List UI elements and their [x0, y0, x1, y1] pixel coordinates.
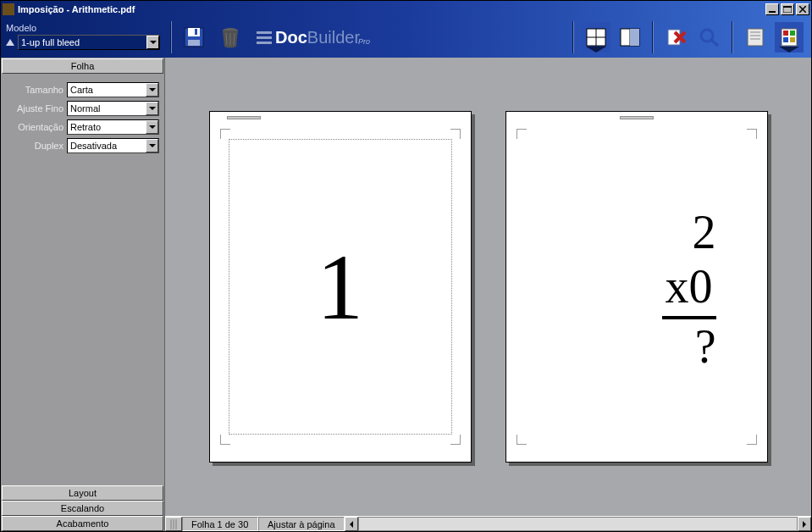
binding-mark-icon [620, 116, 654, 119]
save-icon[interactable] [180, 23, 209, 52]
app-icon [3, 3, 14, 15]
layout-grid-button[interactable] [582, 22, 610, 53]
window-title: Imposição - Arithmetic.pdf [18, 4, 764, 14]
crop-mark-icon [747, 129, 757, 139]
tab-acabamento[interactable]: Acabamento [2, 516, 163, 531]
modelo-block: Modelo 1-up full bleed [1, 21, 165, 53]
svg-rect-18 [630, 29, 639, 46]
tamanho-value: Carta [70, 85, 93, 95]
canvas[interactable]: 1 2 x0 ? [165, 58, 811, 516]
page-trim-box [229, 139, 452, 435]
chevron-down-icon[interactable] [146, 102, 158, 115]
binding-mark-icon [227, 116, 261, 119]
page2-line3: ? [662, 319, 716, 374]
chevron-down-icon[interactable] [146, 83, 158, 97]
ajuste-select[interactable]: Normal [67, 101, 159, 116]
toolbar: Modelo 1-up full bleed DocBuilde [1, 17, 811, 58]
modelo-value: 1-up full bleed [21, 37, 80, 47]
modelo-select[interactable]: 1-up full bleed [18, 35, 160, 50]
chevron-up-icon[interactable] [6, 39, 14, 46]
crop-mark-icon [220, 129, 230, 139]
orientacao-value: Retrato [70, 122, 101, 132]
main: Folha Tamanho Carta Ajuste Fino Normal O… [1, 58, 811, 531]
page2-line1: 2 [662, 205, 716, 259]
svg-rect-8 [188, 40, 200, 46]
chevron-down-icon[interactable] [146, 120, 158, 134]
horizontal-scrollbar[interactable] [358, 517, 798, 531]
crop-mark-icon [747, 435, 757, 445]
chevron-down-icon[interactable] [146, 139, 158, 152]
folha-panel: Tamanho Carta Ajuste Fino Normal Orienta… [1, 74, 164, 165]
tamanho-label: Tamanho [6, 86, 67, 95]
status-zoom[interactable]: Ajustar à página [258, 517, 345, 531]
ajuste-value: Normal [70, 103, 100, 114]
zoom-button[interactable] [695, 22, 724, 53]
crop-mark-icon [450, 435, 461, 445]
svg-rect-30 [790, 30, 795, 36]
svg-point-22 [701, 30, 713, 42]
preview-view-button[interactable] [775, 22, 804, 53]
svg-rect-7 [195, 29, 197, 35]
maximize-button[interactable] [781, 3, 794, 15]
duplex-label: Duplex [6, 141, 67, 151]
chevron-down-icon[interactable] [146, 36, 159, 49]
crop-mark-icon [450, 129, 461, 139]
separator [652, 21, 654, 53]
scroll-right-button[interactable] [798, 517, 811, 531]
trash-icon[interactable] [216, 23, 245, 52]
pages-view-button[interactable] [741, 22, 770, 53]
page-1[interactable]: 1 [209, 111, 472, 463]
svg-rect-0 [769, 11, 776, 13]
svg-line-23 [711, 40, 718, 46]
svg-rect-29 [783, 30, 788, 36]
page2-content: 2 x0 ? [662, 205, 716, 374]
brand-logo: DocBuilder Pro [257, 28, 370, 47]
tamanho-select[interactable]: Carta [67, 82, 159, 97]
brand-sub: Pro [358, 37, 370, 46]
modelo-label: Modelo [6, 23, 160, 33]
separator [572, 21, 574, 53]
brand-bars-icon [257, 31, 272, 44]
ajuste-label: Ajuste Fino [6, 104, 67, 114]
delete-page-button[interactable] [661, 22, 690, 53]
tab-escalando[interactable]: Escalando [2, 501, 163, 516]
statusbar: Folha 1 de 30 Ajustar à página [165, 516, 811, 531]
close-button[interactable] [796, 3, 809, 15]
titlebar: Imposição - Arithmetic.pdf [1, 1, 811, 17]
page2-line2: x0 [662, 259, 716, 319]
resize-handle-icon[interactable] [165, 517, 182, 531]
svg-rect-31 [783, 37, 788, 42]
brand-suffix: Builder [307, 28, 360, 47]
separator [732, 21, 733, 53]
separator [170, 21, 172, 53]
toolbar-right [567, 21, 811, 53]
orientacao-select[interactable]: Retrato [67, 119, 159, 135]
tab-folha[interactable]: Folha [2, 58, 163, 74]
duplex-select[interactable]: Desativada [67, 138, 159, 153]
minimize-button[interactable] [765, 3, 779, 15]
sidebar: Folha Tamanho Carta Ajuste Fino Normal O… [1, 58, 165, 531]
page-2[interactable]: 2 x0 ? [505, 111, 768, 463]
status-sheet: Folha 1 de 30 [182, 517, 258, 531]
brand-prefix: Doc [275, 28, 307, 47]
tab-layout[interactable]: Layout [2, 485, 163, 501]
scroll-left-button[interactable] [345, 517, 358, 531]
workspace: 1 2 x0 ? Folha 1 de 30 Ajustar à página [165, 58, 811, 531]
crop-mark-icon [220, 435, 230, 445]
crop-mark-icon [516, 129, 527, 139]
layout-half-button[interactable] [616, 22, 644, 53]
svg-rect-2 [783, 6, 792, 8]
crop-mark-icon [516, 435, 527, 445]
duplex-value: Desativada [70, 141, 117, 151]
orientacao-label: Orientação [6, 123, 67, 132]
svg-rect-24 [748, 29, 763, 46]
svg-rect-32 [790, 37, 795, 42]
svg-rect-6 [188, 28, 200, 36]
